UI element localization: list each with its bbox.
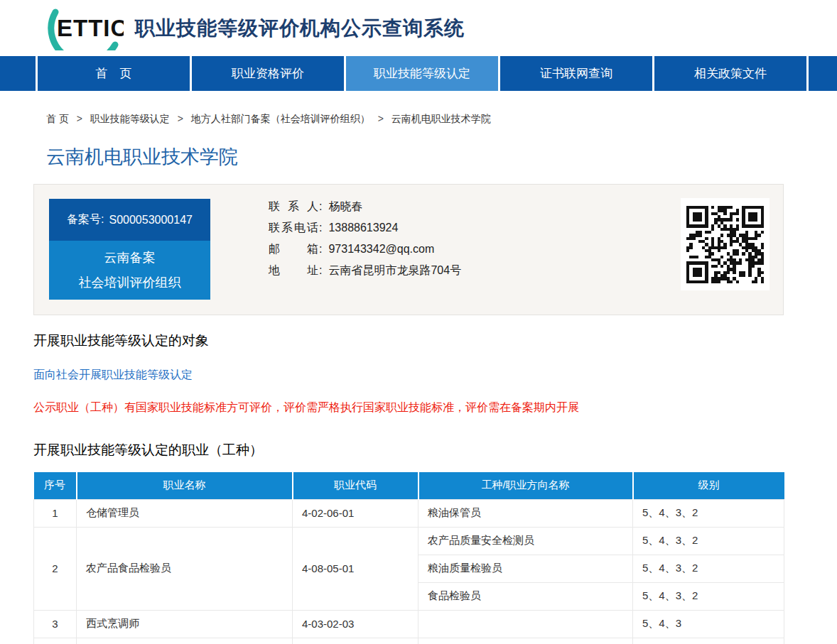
header-direction-name: 工种/职业方向名称: [418, 472, 633, 499]
table-header-row: 序号 职业名称 职业代码 工种/职业方向名称 级别: [34, 472, 784, 499]
contact-phone-line: 联系电话:13888613924: [269, 217, 461, 239]
cell-levels: 5、4、3: [633, 610, 784, 638]
cell-direction-name: 粮油质量检验员: [418, 555, 633, 582]
contact-email-label: 邮箱: [269, 239, 318, 260]
cell-empty: [418, 638, 633, 644]
colon: :: [319, 200, 322, 212]
record-type-badge: 云南备案 社会培训评价组织: [49, 241, 210, 300]
record-region: 云南备案: [49, 246, 210, 271]
cell-levels: 5、4、3、2: [633, 527, 784, 555]
header-occupation-code: 职业代码: [293, 472, 418, 499]
cell-empty: [34, 638, 77, 644]
notice-text: 公示职业（工种）有国家职业技能标准方可评价，评价需严格执行国家职业技能标准，评价…: [33, 400, 784, 415]
contact-info: 联系人:杨晓春 联系电话:13888613924 邮箱:973143342@qq…: [269, 196, 461, 281]
cell-direction-name: [418, 610, 633, 638]
header-no: 序号: [34, 472, 77, 499]
breadcrumb-local-record[interactable]: 地方人社部门备案（社会培训评价组织）: [191, 113, 370, 124]
header-occupation-name: 职业名称: [77, 472, 293, 499]
qr-code-icon: [686, 206, 764, 283]
record-org-type: 社会培训评价组织: [49, 271, 210, 295]
cell-levels: 5、4、3、2: [633, 499, 784, 527]
table-row-clipped: [34, 638, 784, 644]
cell-occupation-name: 仓储管理员: [77, 499, 293, 527]
cell-no: 3: [34, 610, 77, 638]
cell-empty: [293, 638, 418, 644]
ettic-logo-icon: ETTIC: [44, 6, 124, 50]
breadcrumb-separator: >: [178, 113, 183, 124]
section-heading-target: 开展职业技能等级认定的对象: [33, 332, 784, 350]
nav-item-occupational-qualification[interactable]: 职业资格评价: [190, 56, 344, 91]
cell-direction-name: 农产品质量安全检测员: [418, 527, 633, 555]
table-row: 3西式烹调师4-03-02-035、4、3: [34, 610, 784, 638]
cell-occupation-code: 4-02-06-01: [293, 499, 418, 527]
colon: :: [319, 264, 322, 276]
cell-direction-name: 粮油保管员: [418, 499, 633, 527]
contact-address-label: 地址: [269, 260, 318, 281]
record-number-bar: 备案号: S000053000147: [49, 199, 210, 241]
cell-occupation-code: 4-03-02-03: [293, 610, 418, 638]
cell-empty: [77, 638, 293, 644]
contact-phone-value: 13888613924: [328, 222, 398, 234]
nav-end-cap: [806, 56, 837, 91]
breadcrumb-current-org: 云南机电职业技术学院: [392, 113, 491, 124]
page-title: 云南机电职业技术学院: [33, 144, 784, 170]
breadcrumb: 首 页 > 职业技能等级认定 > 地方人社部门备案（社会培训评价组织） > 云南…: [33, 113, 784, 126]
cell-empty: [633, 638, 784, 644]
qr-code: [681, 198, 770, 290]
table-row: 2农产品食品检验员4-08-05-01农产品质量安全检测员5、4、3、2: [34, 527, 784, 555]
record-number-label: 备案号:: [67, 212, 104, 227]
nav-item-certificate-query[interactable]: 证书联网查询: [498, 56, 652, 91]
contact-email-line: 邮箱:973143342@qq.com: [269, 239, 461, 260]
jobs-table: 序号 职业名称 职业代码 工种/职业方向名称 级别 1仓储管理员4-02-06-…: [33, 472, 784, 644]
site-header: ETTIC 职业技能等级评价机构公示查询系统: [0, 0, 837, 56]
record-number-value: S000053000147: [109, 214, 193, 227]
contact-phone-label: 联系电话: [269, 217, 318, 239]
contact-address-value: 云南省昆明市龙泉路704号: [328, 264, 461, 276]
cell-levels: 5、4、3、2: [633, 555, 784, 582]
nav-spacer: [0, 56, 36, 91]
main-content: 首 页 > 职业技能等级认定 > 地方人社部门备案（社会培训评价组织） > 云南…: [33, 113, 784, 644]
nav-item-skill-level-certification[interactable]: 职业技能等级认定: [344, 56, 498, 91]
nav-item-home[interactable]: 首 页: [36, 56, 190, 91]
cell-occupation-name: 西式烹调师: [77, 610, 293, 638]
cell-occupation-name: 农产品食品检验员: [77, 527, 293, 610]
contact-person-value: 杨晓春: [328, 200, 362, 212]
header-levels: 级别: [633, 472, 784, 499]
cell-levels: 5、4、3、2: [633, 582, 784, 610]
record-badge: 备案号: S000053000147 云南备案 社会培训评价组织: [49, 199, 210, 300]
colon: :: [319, 243, 322, 255]
breadcrumb-skill-level[interactable]: 职业技能等级认定: [90, 113, 170, 124]
breadcrumb-separator: >: [378, 113, 384, 124]
table-row: 1仓储管理员4-02-06-01粮油保管员5、4、3、2: [34, 499, 784, 527]
site-title: 职业技能等级评价机构公示查询系统: [135, 15, 465, 42]
cell-no: 1: [34, 499, 77, 527]
contact-address-line: 地址:云南省昆明市龙泉路704号: [269, 260, 461, 281]
contact-email-value: 973143342@qq.com: [328, 243, 434, 255]
breadcrumb-home[interactable]: 首 页: [46, 113, 69, 124]
target-scope-link[interactable]: 面向社会开展职业技能等级认定: [33, 368, 193, 383]
cell-direction-name: 食品检验员: [418, 582, 633, 610]
nav-item-policy-documents[interactable]: 相关政策文件: [652, 56, 806, 91]
section-heading-jobs: 开展职业技能等级认定的职业（工种）: [33, 441, 784, 459]
contact-person-line: 联系人:杨晓春: [269, 196, 461, 217]
cell-occupation-code: 4-08-05-01: [293, 527, 418, 610]
main-nav: 首 页 职业资格评价 职业技能等级认定 证书联网查询 相关政策文件: [0, 56, 837, 91]
breadcrumb-separator: >: [77, 113, 82, 124]
logo-text: ETTIC: [57, 15, 124, 41]
contact-person-label: 联系人: [269, 196, 318, 217]
org-info-card: 备案号: S000053000147 云南备案 社会培训评价组织 联系人:杨晓春…: [33, 184, 784, 315]
colon: :: [319, 222, 322, 234]
cell-no: 2: [34, 527, 77, 610]
ettic-logo[interactable]: ETTIC: [44, 6, 124, 50]
